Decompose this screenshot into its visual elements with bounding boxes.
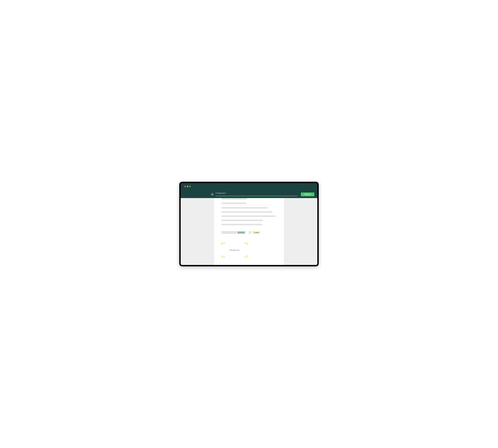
field-row: 15/10/2020 Ciudad	[221, 231, 277, 234]
header-bar: 3 campos de 5 Rellenar	[181, 192, 317, 196]
field-label-placeholder	[221, 231, 236, 234]
menu-button[interactable]	[211, 193, 214, 196]
device-inner: 3 campos de 5 Rellenar	[181, 183, 317, 265]
progress-label: 3 campos de 5	[216, 192, 226, 194]
app-header: 3 campos de 5 Rellenar	[181, 183, 317, 198]
progress-track	[216, 196, 298, 196]
window-maximize-button[interactable]	[189, 186, 191, 187]
window-minimize-button[interactable]	[187, 186, 188, 187]
date-field[interactable]: 15/10/2020	[237, 231, 245, 234]
progress-bar: 3 campos de 5	[216, 193, 298, 196]
device-frame: 3 campos de 5 Rellenar	[179, 182, 319, 266]
hamburger-icon	[212, 194, 213, 195]
signature-prompt: Pulsa para firmar	[230, 249, 239, 251]
signature-corner-icon	[244, 243, 248, 245]
city-field[interactable]: Ciudad	[252, 231, 260, 234]
window-controls	[184, 186, 191, 187]
document-body-text	[221, 198, 277, 225]
signature-corner-icon	[221, 243, 225, 245]
field-label-placeholder	[249, 231, 251, 234]
content-area: 15/10/2020 Ciudad Pulsa para firmar	[181, 198, 317, 265]
signature-corner-icon	[221, 255, 225, 257]
progress-fill	[216, 196, 280, 196]
signature-corner-icon	[244, 255, 248, 257]
document-page: 15/10/2020 Ciudad Pulsa para firmar	[214, 198, 284, 265]
window-close-button[interactable]	[184, 186, 186, 187]
signature-field[interactable]: Pulsa para firmar	[221, 243, 248, 257]
fill-button[interactable]: Rellenar	[301, 192, 314, 196]
